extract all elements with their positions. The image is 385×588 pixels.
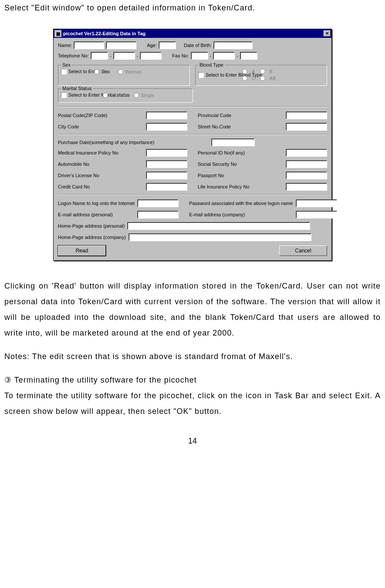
fax-2-input[interactable] bbox=[213, 52, 235, 60]
ssn-label: Social Security No bbox=[198, 161, 283, 167]
blood-chk-label: Select to Enter Blood Type bbox=[206, 72, 240, 77]
medins-input[interactable] bbox=[146, 149, 187, 157]
passport-input[interactable] bbox=[286, 171, 327, 179]
fax-3-input[interactable] bbox=[240, 52, 257, 60]
page-number: 14 bbox=[4, 437, 381, 446]
street-input[interactable] bbox=[286, 123, 327, 131]
email-c-label: E-mail address (company) bbox=[189, 212, 293, 217]
provincial-input[interactable] bbox=[286, 111, 327, 119]
a-label: A bbox=[252, 69, 256, 74]
read-button[interactable]: Read bbox=[58, 245, 106, 256]
city-input[interactable] bbox=[146, 123, 187, 131]
marital-legend: Marital Status bbox=[61, 86, 93, 91]
logon-input[interactable] bbox=[137, 199, 179, 207]
o-label: O bbox=[252, 76, 256, 81]
fax-label: Fax No: bbox=[172, 53, 189, 58]
purchase-label: Purchase Date(something of any importanc… bbox=[58, 140, 154, 145]
woman-radio[interactable] bbox=[118, 69, 123, 74]
notes-text: Notes: The edit screen that is shown abo… bbox=[4, 349, 381, 364]
single-radio[interactable] bbox=[134, 93, 139, 98]
term-heading: ③ Terminating the utility software for t… bbox=[4, 372, 381, 388]
hp-c-input[interactable] bbox=[128, 233, 311, 241]
marital-chk-label: Select to Enter Marital status bbox=[68, 92, 101, 97]
auto-label: Automobile No bbox=[58, 161, 143, 167]
para1-text: Clicking on 'Read' button will display i… bbox=[4, 278, 381, 341]
blood-checkbox[interactable] bbox=[198, 72, 204, 78]
dob-input[interactable] bbox=[213, 41, 253, 49]
sex-group: Sex Select to Enter Sex Man Woman bbox=[58, 65, 190, 86]
man-label: Man bbox=[101, 69, 110, 74]
age-label: Age: bbox=[147, 43, 157, 48]
app-icon: ▩ bbox=[54, 30, 61, 37]
dialog-window: ▩ picochet Ver1.22-Editing Data in Tag ✕… bbox=[53, 29, 332, 261]
b-radio[interactable] bbox=[260, 69, 265, 74]
tel-2-input[interactable] bbox=[113, 52, 135, 60]
married-label: Married bbox=[110, 93, 126, 98]
o-radio[interactable] bbox=[242, 76, 247, 81]
password-input[interactable] bbox=[296, 199, 337, 207]
a-radio[interactable] bbox=[242, 69, 247, 74]
personalid-label: Personal ID No(if any) bbox=[198, 150, 283, 155]
hp-c-label: Home-Page address (company) bbox=[58, 235, 126, 240]
b-label: B bbox=[270, 69, 276, 74]
email-p-label: E-mail address (personal) bbox=[58, 212, 135, 217]
marital-checkbox[interactable] bbox=[61, 92, 67, 98]
sex-legend: Sex bbox=[61, 62, 72, 67]
age-input[interactable] bbox=[159, 41, 176, 49]
name-last-input[interactable] bbox=[106, 41, 136, 49]
name-label: Name: bbox=[58, 43, 72, 48]
logon-label: Logon Name to log onto the Internet bbox=[58, 201, 135, 206]
auto-input[interactable] bbox=[146, 160, 187, 168]
password-label: Password associated with the above logon… bbox=[189, 201, 293, 206]
ab-radio[interactable] bbox=[260, 76, 265, 81]
hp-p-input[interactable] bbox=[127, 222, 310, 230]
driver-input[interactable] bbox=[146, 171, 187, 179]
single-label: Single bbox=[141, 93, 154, 98]
city-label: City Code bbox=[58, 124, 143, 129]
sex-chk-label: Select to Enter Sex bbox=[68, 69, 92, 74]
window-title: picochet Ver1.22-Editing Data in Tag bbox=[63, 31, 324, 36]
driver-label: Driver's License No bbox=[58, 173, 143, 178]
intro-text: Select "Edit window" to open detailed in… bbox=[4, 0, 381, 16]
postal-label: Postal Code(ZIP Code) bbox=[58, 113, 143, 118]
married-radio[interactable] bbox=[103, 93, 108, 98]
close-icon[interactable]: ✕ bbox=[324, 30, 331, 37]
street-label: Street No.Code bbox=[198, 124, 283, 129]
email-p-input[interactable] bbox=[137, 211, 179, 218]
lifeins-label: Life Insurance Policy No bbox=[198, 184, 283, 189]
tel-label: Telephone No: bbox=[58, 53, 89, 58]
blood-group: Blood Type Select to Enter Blood Type A … bbox=[195, 65, 327, 86]
sex-checkbox[interactable] bbox=[61, 69, 67, 74]
blood-legend: Blood Type bbox=[198, 62, 225, 67]
medins-label: Medical Insurance Policy No bbox=[58, 150, 143, 155]
postal-input[interactable] bbox=[146, 111, 187, 119]
provincial-label: Provincial Code bbox=[198, 113, 283, 118]
ab-label: AB bbox=[270, 76, 276, 81]
credit-input[interactable] bbox=[146, 183, 187, 191]
name-first-input[interactable] bbox=[74, 41, 104, 49]
email-c-input[interactable] bbox=[296, 211, 337, 218]
dob-label: Date of Birth: bbox=[184, 43, 212, 48]
passport-label: Passport No bbox=[198, 173, 283, 178]
ssn-input[interactable] bbox=[286, 160, 327, 168]
titlebar: ▩ picochet Ver1.22-Editing Data in Tag ✕ bbox=[54, 29, 331, 38]
credit-label: Credit Card No bbox=[58, 184, 143, 189]
lifeins-input[interactable] bbox=[286, 183, 327, 191]
tel-1-input[interactable] bbox=[91, 52, 108, 60]
personalid-input[interactable] bbox=[286, 149, 327, 157]
marital-group: Marital Status Select to Enter Marital s… bbox=[58, 88, 193, 103]
tel-3-input[interactable] bbox=[140, 52, 162, 60]
man-radio[interactable] bbox=[94, 69, 99, 74]
term-body-text: To terminate the utility software for th… bbox=[4, 388, 381, 419]
woman-label: Woman bbox=[125, 69, 142, 74]
purchase-input[interactable] bbox=[211, 138, 255, 146]
fax-1-input[interactable] bbox=[191, 52, 208, 60]
hp-p-label: Home-Page address (personal) bbox=[58, 223, 125, 228]
cancel-button[interactable]: Cancel bbox=[279, 245, 327, 256]
